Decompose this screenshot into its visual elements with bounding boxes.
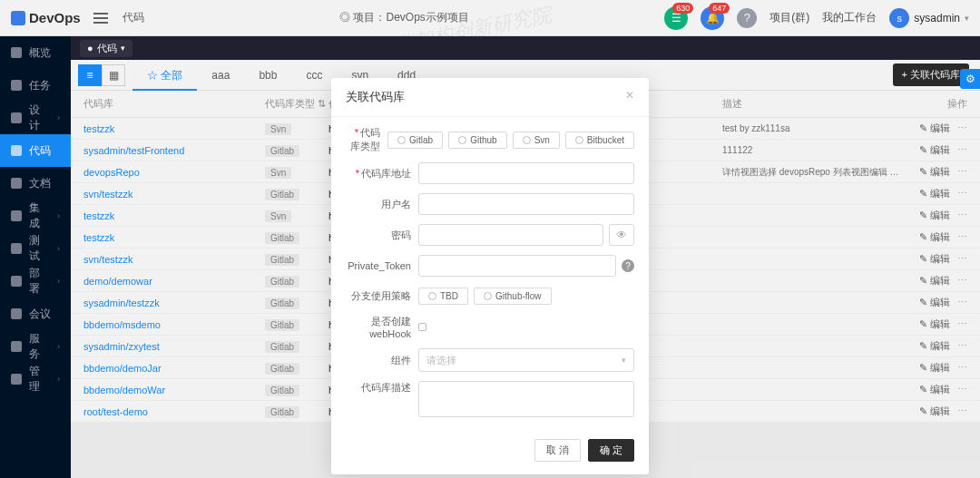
type-opt-gitlab[interactable]: Gitlab: [387, 132, 443, 149]
modal-title: 关联代码库: [346, 89, 405, 105]
close-icon[interactable]: ✕: [625, 89, 634, 105]
cancel-button[interactable]: 取 消: [534, 439, 581, 462]
link-repo-modal: 关联代码库 ✕ *代码库类型GitlabGithubSvnBitbucket *…: [331, 78, 649, 474]
url-input[interactable]: [418, 162, 634, 184]
type-opt-bitbucket[interactable]: Bitbucket: [565, 132, 634, 149]
user-input[interactable]: [418, 193, 634, 215]
branch-opt-github-flow[interactable]: Github-flow: [474, 288, 552, 305]
type-opt-svn[interactable]: Svn: [513, 132, 560, 149]
desc-input[interactable]: [418, 381, 634, 417]
token-input[interactable]: [418, 255, 616, 277]
ok-button[interactable]: 确 定: [588, 439, 634, 462]
pwd-toggle-icon[interactable]: 👁: [609, 224, 634, 246]
help-icon[interactable]: ?: [622, 259, 634, 272]
pwd-input[interactable]: [418, 224, 603, 246]
component-select[interactable]: 请选择▾: [418, 348, 634, 372]
branch-opt-tbd[interactable]: TBD: [418, 288, 468, 305]
webhook-checkbox[interactable]: [418, 323, 426, 331]
type-opt-github[interactable]: Github: [448, 132, 506, 149]
